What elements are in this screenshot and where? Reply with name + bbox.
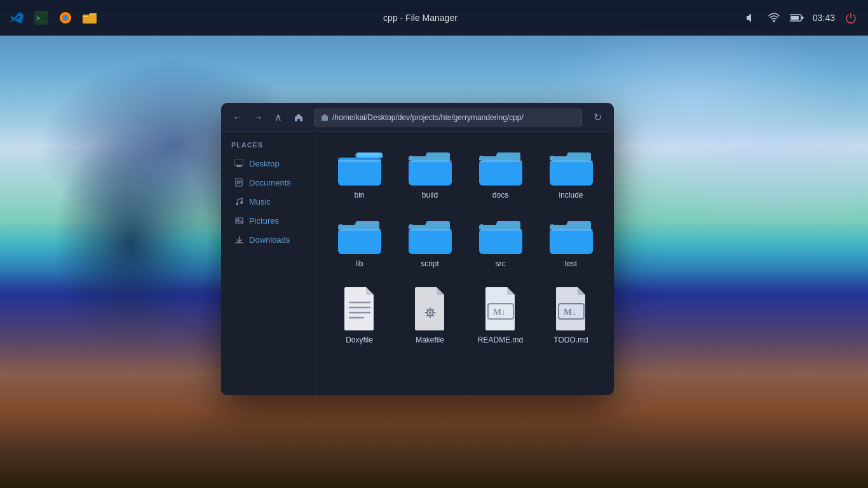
sidebar-label-music: Music	[249, 197, 271, 207]
taskbar-status: 03:43	[744, 11, 858, 25]
downloads-icon	[234, 234, 244, 245]
doxyfile-icon	[341, 286, 379, 332]
folder-build[interactable]: build	[397, 142, 463, 206]
folder-src[interactable]: src	[468, 211, 533, 274]
readme-label: README.md	[478, 336, 523, 344]
svg-rect-21	[236, 218, 243, 224]
file-readme[interactable]: M↓ README.md	[468, 280, 533, 351]
sidebar-item-downloads[interactable]: Downloads	[224, 230, 313, 249]
volume-icon[interactable]	[744, 11, 758, 25]
folder-src-label: src	[496, 259, 506, 268]
svg-point-19	[236, 203, 238, 205]
svg-rect-11	[322, 116, 328, 121]
svg-rect-14	[236, 166, 242, 167]
svg-rect-35	[409, 229, 452, 254]
refresh-button[interactable]: ↻	[588, 109, 606, 126]
svg-text:>_: >_	[36, 14, 45, 22]
taskbar-apps: >_	[10, 11, 97, 25]
svg-rect-39	[550, 229, 593, 254]
address-bar[interactable]: /home/kai/Desktop/dev/projects/hte/gerry…	[314, 109, 582, 126]
address-text: /home/kai/Desktop/dev/projects/hte/gerry…	[332, 113, 575, 122]
folder-bin[interactable]: bin	[327, 142, 392, 206]
folder-build-icon	[407, 149, 453, 187]
wifi-icon[interactable]	[767, 11, 781, 25]
power-icon[interactable]	[844, 11, 858, 25]
svg-rect-34	[338, 229, 381, 231]
svg-rect-30	[479, 160, 522, 162]
fm-main: PLACES Desktop	[221, 132, 614, 395]
folder-docs[interactable]: docs	[468, 142, 533, 206]
fm-toolbar: ← → ∧ /home/kai/Desktop/dev/projects/hte…	[221, 103, 614, 132]
desktop-icon	[234, 158, 244, 168]
file-todo[interactable]: M↓ TODO.md	[538, 280, 604, 351]
folder-docs-label: docs	[492, 191, 508, 200]
folder-bin-label: bin	[354, 191, 364, 200]
up-button[interactable]: ∧	[269, 109, 287, 126]
svg-rect-27	[409, 160, 452, 186]
folder-docs-icon	[478, 149, 524, 187]
svg-rect-13	[237, 165, 241, 166]
folder-build-label: build	[422, 191, 438, 200]
music-icon	[234, 196, 244, 207]
taskbar: >_ cpp - File Manager	[0, 0, 868, 36]
svg-text:M↓: M↓	[493, 308, 506, 317]
svg-point-20	[240, 201, 243, 204]
sidebar-label-pictures: Pictures	[249, 216, 279, 226]
svg-rect-33	[338, 229, 381, 254]
svg-point-4	[63, 15, 68, 20]
folder-include[interactable]: include	[538, 142, 604, 206]
svg-rect-38	[479, 229, 522, 231]
svg-rect-12	[234, 159, 243, 165]
terminal-icon[interactable]: >_	[34, 11, 48, 25]
svg-rect-28	[409, 160, 452, 162]
sidebar-item-desktop[interactable]: Desktop	[224, 154, 313, 173]
folder-lib-label: lib	[355, 259, 363, 268]
svg-rect-40	[550, 229, 593, 231]
firefox-icon[interactable]	[58, 11, 72, 25]
folder-src-icon	[478, 217, 524, 255]
folder-lib-icon	[337, 217, 383, 255]
svg-rect-26	[338, 160, 381, 162]
svg-rect-29	[479, 160, 522, 186]
svg-rect-32	[550, 160, 593, 162]
svg-point-46	[429, 311, 431, 314]
sidebar-label-desktop: Desktop	[249, 159, 280, 168]
sidebar-item-pictures[interactable]: Pictures	[224, 211, 313, 230]
svg-rect-25	[338, 160, 381, 186]
folder-include-label: include	[559, 191, 583, 200]
back-button[interactable]: ←	[229, 109, 247, 126]
sidebar-item-documents[interactable]: Documents	[224, 173, 313, 192]
pictures-icon	[234, 215, 244, 226]
todo-label: TODO.md	[553, 336, 588, 344]
svg-text:M↓: M↓	[564, 308, 576, 317]
svg-rect-36	[409, 229, 452, 231]
fm-content: bin build	[316, 132, 614, 395]
folder-script-label: script	[421, 259, 439, 268]
sidebar-label-documents: Documents	[249, 178, 291, 187]
folder-bin-icon	[337, 149, 383, 187]
folder-test-icon	[548, 217, 594, 255]
svg-rect-10	[791, 16, 799, 20]
sidebar-item-music[interactable]: Music	[224, 192, 313, 211]
folder-test-label: test	[565, 259, 577, 268]
vscode-icon[interactable]	[10, 11, 24, 25]
file-makefile[interactable]: Makefile	[397, 280, 463, 351]
folder-test[interactable]: test	[538, 211, 604, 274]
doxyfile-label: Doxyfile	[346, 336, 373, 344]
file-doxyfile[interactable]: Doxyfile	[327, 280, 392, 351]
home-button[interactable]	[290, 109, 308, 126]
readme-icon: M↓	[482, 286, 520, 332]
battery-icon[interactable]	[790, 11, 804, 25]
folder-include-icon	[548, 149, 594, 187]
files-icon[interactable]	[83, 11, 97, 25]
taskbar-title: cpp - File Manager	[97, 13, 744, 23]
svg-rect-9	[801, 17, 803, 19]
svg-rect-31	[550, 160, 593, 186]
sidebar-label-downloads: Downloads	[249, 235, 290, 245]
forward-button[interactable]: →	[249, 109, 267, 126]
folder-script-icon	[407, 217, 453, 255]
folder-lib[interactable]: lib	[327, 211, 392, 274]
svg-rect-37	[479, 229, 522, 254]
folder-script[interactable]: script	[397, 211, 463, 274]
sidebar-section-places: PLACES	[221, 141, 316, 154]
